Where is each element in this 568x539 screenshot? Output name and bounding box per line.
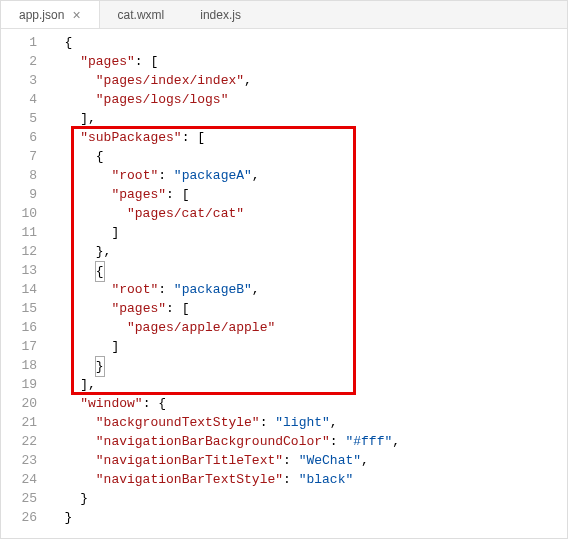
token-str: "black" <box>299 472 354 487</box>
line-number: 19 <box>5 375 37 394</box>
code-line[interactable]: ], <box>49 109 567 128</box>
line-number: 6 <box>5 128 37 147</box>
code-line[interactable]: "pages/logs/logs" <box>49 90 567 109</box>
line-number: 12 <box>5 242 37 261</box>
token-pun: ] <box>111 339 119 354</box>
line-number: 18 <box>5 356 37 375</box>
token-pun: { <box>65 35 73 50</box>
token-key: "root" <box>111 168 158 183</box>
token-str: "#fff" <box>345 434 392 449</box>
token-pun: , <box>330 415 338 430</box>
line-number: 9 <box>5 185 37 204</box>
token-pun: : [ <box>182 130 205 145</box>
token-str: "WeChat" <box>299 453 361 468</box>
code-content[interactable]: { "pages": [ "pages/index/index", "pages… <box>49 29 567 538</box>
line-number: 4 <box>5 90 37 109</box>
code-line[interactable]: "navigationBarBackgroundColor": "#fff", <box>49 432 567 451</box>
line-number: 1 <box>5 33 37 52</box>
token-key: "navigationBarBackgroundColor" <box>96 434 330 449</box>
token-key: "window" <box>80 396 142 411</box>
token-pun: } <box>95 356 105 377</box>
token-str: "light" <box>275 415 330 430</box>
token-key: "pages/apple/apple" <box>127 320 275 335</box>
code-line[interactable]: "navigationBarTextStyle": "black" <box>49 470 567 489</box>
token-key: "navigationBarTitleText" <box>96 453 283 468</box>
token-pun: : [ <box>166 301 189 316</box>
code-line[interactable]: } <box>49 489 567 508</box>
token-pun: : <box>158 168 174 183</box>
token-pun: , <box>244 73 252 88</box>
token-str: "packageB" <box>174 282 252 297</box>
code-line[interactable]: "pages": [ <box>49 52 567 71</box>
token-key: "subPackages" <box>80 130 181 145</box>
code-line[interactable]: ], <box>49 375 567 394</box>
token-str: "packageA" <box>174 168 252 183</box>
line-number: 7 <box>5 147 37 166</box>
code-line[interactable]: "backgroundTextStyle": "light", <box>49 413 567 432</box>
code-line[interactable]: }, <box>49 242 567 261</box>
line-number: 3 <box>5 71 37 90</box>
tab-cat-wxml[interactable]: cat.wxml <box>100 1 183 28</box>
line-number: 20 <box>5 394 37 413</box>
line-number-gutter: 1234567891011121314151617181920212223242… <box>1 29 49 538</box>
code-line[interactable]: "pages": [ <box>49 185 567 204</box>
line-number: 16 <box>5 318 37 337</box>
line-number: 26 <box>5 508 37 527</box>
token-pun: , <box>361 453 369 468</box>
token-pun: : <box>283 453 299 468</box>
code-line[interactable]: { <box>49 147 567 166</box>
line-number: 24 <box>5 470 37 489</box>
code-line[interactable]: } <box>49 356 567 375</box>
code-line[interactable]: "subPackages": [ <box>49 128 567 147</box>
line-number: 5 <box>5 109 37 128</box>
line-number: 2 <box>5 52 37 71</box>
token-pun: : [ <box>166 187 189 202</box>
code-line[interactable]: "window": { <box>49 394 567 413</box>
code-line[interactable]: { <box>49 261 567 280</box>
line-number: 8 <box>5 166 37 185</box>
token-pun: , <box>252 168 260 183</box>
tab-label: app.json <box>19 8 64 22</box>
token-key: "root" <box>111 282 158 297</box>
line-number: 25 <box>5 489 37 508</box>
token-pun: ] <box>111 225 119 240</box>
editor-area[interactable]: 1234567891011121314151617181920212223242… <box>1 29 567 538</box>
token-pun: : <box>330 434 346 449</box>
token-pun: ], <box>80 111 96 126</box>
code-line[interactable]: ] <box>49 337 567 356</box>
token-pun: ], <box>80 377 96 392</box>
token-pun: : <box>158 282 174 297</box>
code-line[interactable]: "pages": [ <box>49 299 567 318</box>
line-number: 21 <box>5 413 37 432</box>
token-pun: : <box>260 415 276 430</box>
line-number: 11 <box>5 223 37 242</box>
line-number: 10 <box>5 204 37 223</box>
token-pun: }, <box>96 244 112 259</box>
code-line[interactable]: "pages/apple/apple" <box>49 318 567 337</box>
tab-bar: app.json×cat.wxmlindex.js <box>1 1 567 29</box>
token-pun: } <box>65 510 73 525</box>
tab-app-json[interactable]: app.json× <box>1 1 100 28</box>
code-line[interactable]: } <box>49 508 567 527</box>
token-key: "backgroundTextStyle" <box>96 415 260 430</box>
token-key: "navigationBarTextStyle" <box>96 472 283 487</box>
code-line[interactable]: "root": "packageA", <box>49 166 567 185</box>
line-number: 17 <box>5 337 37 356</box>
line-number: 14 <box>5 280 37 299</box>
code-line[interactable]: "pages/cat/cat" <box>49 204 567 223</box>
line-number: 15 <box>5 299 37 318</box>
code-line[interactable]: "root": "packageB", <box>49 280 567 299</box>
tab-label: index.js <box>200 8 241 22</box>
line-number: 23 <box>5 451 37 470</box>
code-line[interactable]: ] <box>49 223 567 242</box>
code-line[interactable]: { <box>49 33 567 52</box>
code-line[interactable]: "pages/index/index", <box>49 71 567 90</box>
token-pun: , <box>252 282 260 297</box>
token-key: "pages/index/index" <box>96 73 244 88</box>
line-number: 13 <box>5 261 37 280</box>
tab-label: cat.wxml <box>118 8 165 22</box>
code-line[interactable]: "navigationBarTitleText": "WeChat", <box>49 451 567 470</box>
tab-index-js[interactable]: index.js <box>182 1 259 28</box>
close-icon[interactable]: × <box>72 8 80 22</box>
token-key: "pages" <box>80 54 135 69</box>
